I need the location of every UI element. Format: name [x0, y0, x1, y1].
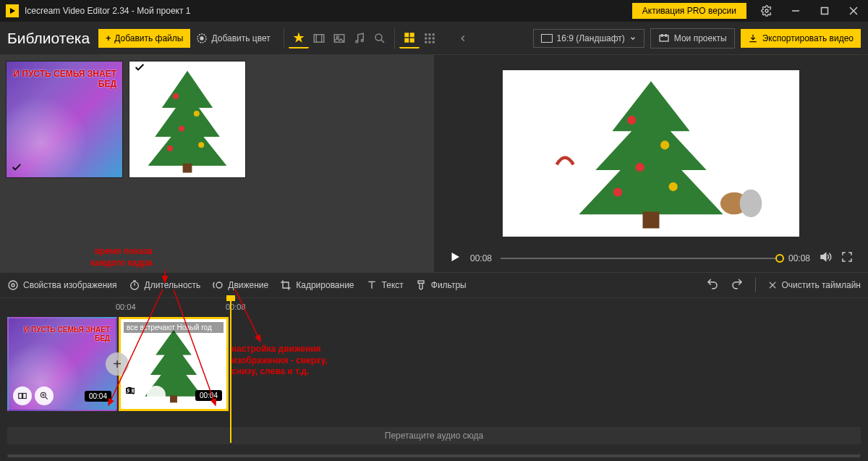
svg-line-16: [381, 39, 384, 42]
library-item[interactable]: [129, 61, 246, 178]
svg-point-41: [167, 145, 173, 151]
clip-tools-bar: Свойства изображения Длительность Движен…: [0, 272, 868, 298]
collapse-icon[interactable]: [453, 28, 473, 48]
aspect-ratio-button[interactable]: 16:9 (Ландшафт): [533, 29, 644, 48]
svg-point-55: [130, 282, 138, 289]
svg-marker-51: [452, 253, 460, 261]
svg-point-14: [361, 39, 363, 41]
motion-button[interactable]: Движение: [212, 279, 268, 291]
image-properties-button[interactable]: Свойства изображения: [7, 279, 117, 291]
svg-point-45: [660, 140, 669, 149]
check-icon: [11, 161, 22, 173]
clip-transition-icon[interactable]: [13, 386, 32, 405]
svg-line-67: [45, 397, 47, 399]
svg-point-58: [216, 282, 222, 288]
clip-zoom-out-icon[interactable]: [147, 386, 166, 405]
view-large-icon[interactable]: [399, 28, 420, 48]
svg-rect-23: [432, 33, 434, 35]
preview-panel: 00:08 00:08: [434, 55, 868, 272]
timeline-clip[interactable]: И ПУСТЬ СЕМЬЯ ЗНАЕТ БЕД + 00:04: [7, 317, 117, 411]
svg-point-38: [194, 111, 200, 117]
video-track[interactable]: И ПУСТЬ СЕМЬЯ ЗНАЕТ БЕД + 00:04 все встр…: [7, 317, 861, 413]
close-button[interactable]: [839, 0, 868, 22]
timeline-scrollbar[interactable]: [7, 454, 861, 457]
timeline: 00:04 00:08 И ПУСТЬ СЕМЬЯ ЗНАЕТ БЕД + 00…: [0, 298, 868, 457]
maximize-button[interactable]: [810, 0, 839, 22]
svg-point-66: [41, 392, 46, 397]
svg-point-47: [669, 182, 678, 191]
add-files-button[interactable]: +Добавить файлы: [98, 29, 190, 48]
svg-point-39: [179, 126, 184, 132]
svg-point-37: [173, 93, 179, 99]
app-logo: [6, 4, 19, 17]
svg-point-7: [200, 37, 203, 40]
svg-rect-28: [428, 41, 430, 43]
duration-button[interactable]: Длительность: [129, 279, 201, 291]
svg-rect-25: [428, 37, 430, 39]
redo-button[interactable]: [731, 277, 744, 293]
library-title: Библиотека: [7, 30, 90, 47]
clip-duration: 00:04: [195, 390, 222, 401]
svg-marker-35: [148, 71, 227, 166]
svg-rect-19: [404, 38, 409, 42]
svg-rect-27: [425, 41, 427, 43]
filter-audio-icon[interactable]: [349, 28, 370, 48]
library-panel: И ПУСТЬ СЕМЬЯ ЗНАЕТ БЕД: [0, 55, 434, 272]
svg-rect-36: [183, 164, 192, 173]
ruler-tick: 00:08: [226, 303, 246, 311]
thumb-overlay-text: И ПУСТЬ СЕМЬЯ ЗНАЕТ БЕД: [7, 69, 116, 90]
main-area: И ПУСТЬ СЕМЬЯ ЗНАЕТ БЕД: [0, 55, 868, 272]
svg-point-53: [12, 284, 14, 287]
add-color-button[interactable]: Добавить цвет: [196, 33, 270, 44]
my-projects-button[interactable]: Мои проекты: [650, 28, 735, 48]
settings-icon[interactable]: [752, 0, 781, 22]
crop-button[interactable]: Кадрирование: [280, 279, 354, 291]
filters-button[interactable]: Фильтры: [415, 279, 467, 291]
svg-rect-20: [409, 38, 414, 42]
tree-thumb-icon: [129, 62, 245, 177]
svg-rect-24: [425, 37, 427, 39]
view-small-icon[interactable]: [420, 28, 440, 48]
play-button[interactable]: [448, 250, 461, 266]
activate-pro-button[interactable]: Активация PRO версии: [632, 3, 746, 19]
time-total: 00:08: [788, 253, 810, 263]
svg-rect-21: [425, 33, 427, 35]
add-transition-button[interactable]: +: [106, 352, 129, 376]
playback-controls: 00:08 00:08: [448, 245, 854, 272]
svg-rect-29: [432, 41, 434, 43]
svg-point-46: [636, 163, 644, 172]
main-toolbar: Библиотека +Добавить файлы Добавить цвет…: [0, 22, 868, 55]
clear-timeline-button[interactable]: Очистить таймлайн: [767, 280, 861, 290]
seek-bar[interactable]: [501, 258, 780, 259]
timeline-ruler[interactable]: 00:04 00:08: [7, 298, 861, 317]
undo-button[interactable]: [706, 277, 719, 293]
time-current: 00:08: [470, 253, 492, 263]
preview-viewport: [448, 62, 854, 245]
svg-rect-30: [541, 34, 552, 42]
svg-point-44: [627, 116, 636, 124]
audio-track-drop[interactable]: Перетащите аудио сюда: [7, 427, 861, 444]
check-icon: [134, 62, 145, 73]
preview-frame: [503, 70, 799, 237]
ruler-tick: 00:04: [116, 303, 136, 311]
search-icon[interactable]: [370, 28, 390, 48]
chevron-down-icon: [629, 35, 637, 42]
svg-line-75: [131, 392, 133, 394]
filter-all-icon[interactable]: [289, 28, 309, 48]
timeline-clip[interactable]: все встречают Новый год 00:04: [119, 317, 229, 411]
svg-rect-26: [432, 37, 434, 39]
export-video-button[interactable]: Экспортировать видео: [741, 29, 861, 48]
svg-marker-0: [10, 8, 15, 14]
clip-zoom-in-icon[interactable]: [35, 386, 54, 405]
filter-video-icon[interactable]: [309, 28, 329, 48]
text-button[interactable]: Текст: [366, 279, 404, 291]
filter-image-icon[interactable]: [329, 28, 349, 48]
fullscreen-icon[interactable]: [841, 250, 854, 266]
library-item[interactable]: И ПУСТЬ СЕМЬЯ ЗНАЕТ БЕД: [6, 61, 123, 178]
minimize-button[interactable]: [781, 0, 810, 22]
svg-point-15: [375, 34, 382, 41]
svg-rect-65: [23, 394, 27, 399]
volume-icon[interactable]: [819, 250, 832, 266]
svg-rect-43: [643, 212, 660, 229]
svg-rect-18: [409, 33, 414, 37]
